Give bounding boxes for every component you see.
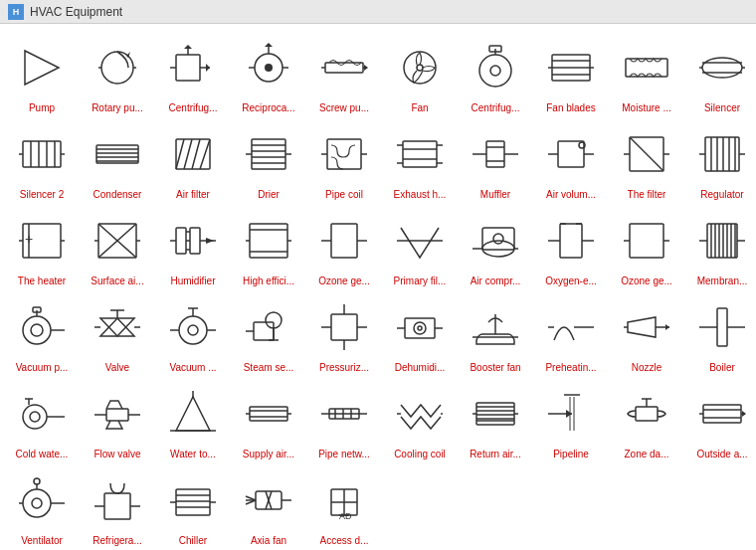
- surface-air-label: Surface ai...: [91, 275, 143, 287]
- svg-marker-145: [100, 318, 134, 336]
- vacuum-p-icon: [12, 297, 72, 357]
- item-nozzle[interactable]: Nozzle: [609, 291, 684, 378]
- item-silencer2[interactable]: Silencer 2: [4, 118, 80, 205]
- item-refrigera[interactable]: Refrigera...: [80, 464, 155, 550]
- title-bar: H HVAC Equipment: [0, 0, 756, 24]
- item-the-filter[interactable]: The filter: [609, 118, 684, 205]
- item-access-d[interactable]: A D Access d...: [306, 464, 382, 550]
- item-valve[interactable]: Valve: [80, 291, 155, 378]
- primary-fil-icon: [390, 211, 450, 271]
- item-booster-fan[interactable]: Booster fan: [458, 291, 533, 378]
- item-centrifugal-pump[interactable]: Centrifug...: [155, 32, 231, 118]
- item-vacuum-p[interactable]: Vacuum p...: [4, 291, 80, 378]
- item-moisture[interactable]: Moisture ...: [609, 32, 684, 118]
- item-muffler[interactable]: Muffler: [458, 118, 533, 205]
- item-humidifier[interactable]: Humidifier: [155, 205, 231, 291]
- centrifugal-fan-icon: [466, 38, 525, 97]
- item-the-heater[interactable]: + The heater: [4, 205, 80, 291]
- moisture-label: Moisture ...: [622, 101, 670, 114]
- muffler-label: Muffler: [480, 188, 510, 201]
- item-oxygen-e[interactable]: Oxygen-e...: [533, 205, 609, 291]
- svg-point-138: [23, 316, 51, 344]
- item-axia-fan[interactable]: Axia fan: [231, 464, 306, 550]
- item-primary-fil[interactable]: Primary fil...: [382, 205, 458, 291]
- svg-rect-116: [482, 228, 514, 250]
- centrifugal-pump-label: Centrifug...: [169, 101, 218, 114]
- item-high-effici[interactable]: High effici...: [231, 205, 306, 291]
- item-regulator[interactable]: Regulator: [684, 118, 756, 205]
- primary-fil-label: Primary fil...: [394, 275, 447, 287]
- item-water-to[interactable]: Water to...: [155, 378, 231, 464]
- return-air-icon: [466, 384, 525, 444]
- item-rotary-pump[interactable]: Rotary pu...: [80, 32, 155, 118]
- screw-pump-icon: [314, 38, 374, 97]
- item-condenser[interactable]: Condenser: [80, 118, 155, 205]
- item-zone-da[interactable]: Zone da...: [609, 378, 684, 464]
- membrane-label: Membran...: [697, 275, 748, 287]
- item-silencer[interactable]: Silencer: [684, 32, 756, 118]
- item-pump[interactable]: Pump: [4, 32, 80, 118]
- item-air-compressor[interactable]: Air compr...: [458, 205, 533, 291]
- svg-rect-4: [176, 55, 200, 81]
- rotary-pump-icon: [88, 38, 147, 97]
- item-flow-valve[interactable]: Flow valve: [80, 378, 155, 464]
- booster-fan-icon: [466, 297, 525, 357]
- item-pipe-coil[interactable]: Pipe coil: [306, 118, 382, 205]
- item-fan-blades[interactable]: Fan blades: [533, 32, 609, 118]
- svg-rect-68: [486, 141, 504, 167]
- item-dehumidi[interactable]: Dehumidi...: [382, 291, 458, 378]
- dehumidi-icon: [390, 297, 450, 357]
- regulator-icon: [692, 124, 752, 184]
- item-pipeline[interactable]: Pipeline: [533, 378, 609, 464]
- access-d-icon: A D: [314, 470, 374, 530]
- item-membrane[interactable]: Membran...: [684, 205, 756, 291]
- item-exhaust-h[interactable]: Exhaust h...: [382, 118, 458, 205]
- item-ozone-ge1[interactable]: Ozone ge...: [306, 205, 382, 291]
- svg-rect-190: [250, 407, 287, 421]
- item-reciprocating[interactable]: Reciproca...: [231, 32, 306, 118]
- nozzle-label: Nozzle: [632, 361, 662, 374]
- high-effici-icon: [239, 211, 298, 271]
- item-drier[interactable]: Drier: [231, 118, 306, 205]
- svg-point-19: [490, 66, 500, 76]
- item-boiler[interactable]: Boiler: [684, 291, 756, 378]
- item-ventilator[interactable]: Ventilator: [4, 464, 80, 550]
- item-screw-pump[interactable]: Screw pu...: [306, 32, 382, 118]
- svg-rect-165: [405, 318, 435, 338]
- item-pipe-netw[interactable]: Pipe netw...: [306, 378, 382, 464]
- access-d-label: Access d...: [320, 534, 369, 547]
- item-preheating[interactable]: Preheatin...: [533, 291, 609, 378]
- item-steam-se[interactable]: Steam se...: [231, 291, 306, 378]
- svg-point-167: [418, 326, 422, 330]
- item-surface-air[interactable]: Surface ai...: [80, 205, 155, 291]
- item-air-volume[interactable]: Air volum...: [533, 118, 609, 205]
- item-chiller[interactable]: Chiller: [155, 464, 231, 550]
- high-effici-label: High effici...: [243, 275, 294, 287]
- item-outside-a[interactable]: Outside a...: [684, 378, 756, 464]
- item-air-filter[interactable]: Air filter: [155, 118, 231, 205]
- item-return-air[interactable]: Return air...: [458, 378, 533, 464]
- silencer-icon: [692, 38, 752, 97]
- item-supply-air[interactable]: Supply air...: [231, 378, 306, 464]
- outside-a-label: Outside a...: [696, 448, 747, 460]
- steam-se-label: Steam se...: [244, 361, 294, 374]
- preheating-label: Preheatin...: [545, 361, 596, 374]
- axia-fan-icon: [239, 470, 298, 530]
- svg-line-48: [184, 139, 192, 169]
- centrifugal-pump-icon: [163, 38, 223, 97]
- item-cooling-coil[interactable]: Cooling coil: [382, 378, 458, 464]
- item-fan[interactable]: Fan: [382, 32, 458, 118]
- app-title: HVAC Equipment: [30, 5, 122, 19]
- svg-rect-125: [630, 224, 663, 258]
- the-filter-icon: [617, 124, 676, 184]
- svg-rect-73: [558, 141, 584, 167]
- item-cold-water[interactable]: Cold wate...: [4, 378, 80, 464]
- item-pressurizing[interactable]: Pressuriz...: [306, 291, 382, 378]
- item-ozone-ge2[interactable]: Ozone ge...: [609, 205, 684, 291]
- air-compressor-label: Air compr...: [471, 275, 521, 287]
- the-heater-label: The heater: [18, 275, 66, 287]
- exhaust-h-label: Exhaust h...: [394, 188, 447, 201]
- item-centrifugal-fan[interactable]: Centrifug...: [458, 32, 533, 118]
- item-vacuum2[interactable]: Vacuum ...: [155, 291, 231, 378]
- silencer-label: Silencer: [704, 101, 740, 114]
